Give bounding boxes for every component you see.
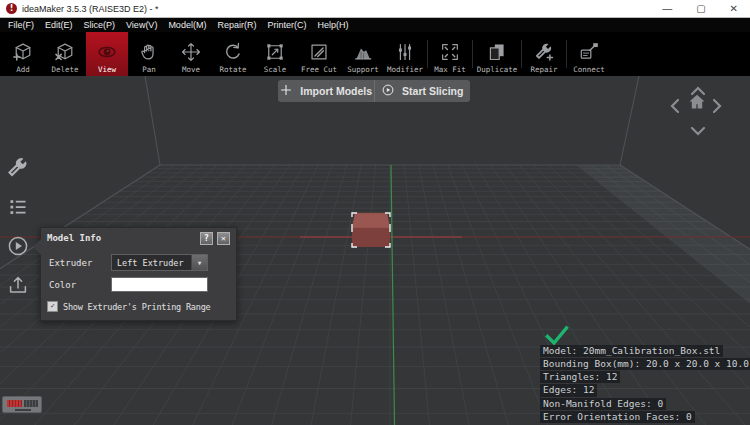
toolbar-button-move[interactable]: Move [170,32,212,76]
menu-help[interactable]: Help(H) [317,20,348,30]
start-slicing-label: Start Slicing [402,85,463,97]
status-non-manifold: Non-Manifold Edges: 0 [540,398,666,410]
menu-bar: File(F) Edit(E) Slice(P) View(V) Model(M… [0,18,750,32]
toolbar-separator [566,40,567,68]
home-view-button[interactable] [685,91,709,117]
left-sidebar [6,158,30,299]
toolbar-button-modifier[interactable]: Modifier [384,32,426,76]
toolbar-label: Max Fit [434,65,466,74]
toolbar-label: Scale [264,65,287,74]
show-range-label: Show Extruder's Printing Range [63,302,211,312]
duplicate-icon [486,39,508,65]
chevron-right-icon [712,98,722,118]
toolbar-button-scale[interactable]: Scale [254,32,296,76]
start-slicing-button[interactable]: Start Slicing [374,80,471,102]
color-label: Color [49,280,111,290]
export-upload-icon [6,273,30,301]
status-triangles: Triangles: 12 [540,371,620,383]
wrench-icon [5,155,31,185]
main-toolbar: Add Delete View Pan Move Rotate Scale Fr… [0,32,750,76]
rotate-icon [222,39,244,65]
panel-title: Model Info [47,233,196,243]
toolbar-button-connect[interactable]: Connect [568,32,610,76]
hand-pan-icon [138,39,160,65]
toolbar-button-delete[interactable]: Delete [44,32,86,76]
success-check-icon [544,325,750,344]
chevron-down-icon [690,122,706,140]
action-bar: Import Models Start Slicing [278,80,470,102]
free-cut-icon [308,39,330,65]
rotate-down-button[interactable] [690,122,706,140]
scale-icon [264,39,286,65]
toolbar-button-max-fit[interactable]: Max Fit [429,32,471,76]
rotate-right-button[interactable] [712,98,722,118]
toolbar-label: View [98,65,116,74]
title-bar: ! ideaMaker 3.5.3 (RAISE3D E2) - * — ▢ ✕ [0,0,750,18]
move-icon [180,39,202,65]
preview-button[interactable] [6,236,30,260]
import-models-label: Import Models [300,85,372,97]
extruder-dropdown[interactable]: Left Extruder ▼ [111,254,208,271]
close-button[interactable]: ✕ [730,4,738,14]
rotate-left-button[interactable] [670,98,680,118]
toolbar-button-pan[interactable]: Pan [128,32,170,76]
ideamaker-window: ! ideaMaker 3.5.3 (RAISE3D E2) - * — ▢ ✕… [0,0,750,425]
toolbar-label: Connect [573,65,605,74]
toolbar-button-free-cut[interactable]: Free Cut [296,32,342,76]
repair-icon [533,39,555,65]
list-icon [7,196,29,222]
show-range-checkbox[interactable]: ✓ [47,301,58,312]
menu-slice[interactable]: Slice(P) [84,20,116,30]
toolbar-button-rotate[interactable]: Rotate [212,32,254,76]
toolbar-label: Pan [142,65,156,74]
toolbar-button-repair[interactable]: Repair [523,32,565,76]
home-icon [685,91,709,117]
max-fit-icon [439,39,461,65]
toolbar-label: Support [347,65,379,74]
color-field[interactable] [111,277,208,292]
toolbar-label: Modifier [387,65,423,74]
status-error-faces: Error Orientation Faces: 0 [540,411,695,423]
model-20mm-calibration-box[interactable] [352,213,390,247]
menu-edit[interactable]: Edit(E) [45,20,73,30]
toolbar-label: Duplicate [477,65,518,74]
maximize-button[interactable]: ▢ [696,4,705,14]
toolbar-button-duplicate[interactable]: Duplicate [474,32,520,76]
app-logo-icon: ! [6,3,17,14]
minimize-button[interactable]: — [662,4,672,14]
menu-view[interactable]: View(V) [126,20,157,30]
status-edges: Edges: 12 [540,384,597,396]
panel-help-button[interactable]: ? [200,232,213,245]
keyboard-shortcuts-icon[interactable] [2,396,42,413]
chevron-left-icon [670,98,680,118]
model-info-tool-button[interactable] [6,158,30,182]
eye-icon [95,39,119,65]
toolbar-label: Repair [530,65,557,74]
model-info-panel: Model Info ? ✕ Extruder Left Extruder ▼ … [40,227,237,321]
import-models-button[interactable]: Import Models [278,80,374,102]
delete-icon [54,39,76,65]
support-icon [352,39,374,65]
status-model: Model: 20mm_Calibration_Box.stl [540,345,723,357]
model-list-button[interactable] [6,197,30,221]
toolbar-label: Rotate [219,65,246,74]
toolbar-label: Delete [51,65,78,74]
toolbar-button-support[interactable]: Support [342,32,384,76]
menu-file[interactable]: File(F) [8,20,34,30]
view-compass [668,82,728,138]
status-bounding-box: Bounding Box(mm): 20.0 x 20.0 x 10.0 [540,358,750,370]
model-status-info: Model: 20mm_Calibration_Box.stl Bounding… [540,325,750,423]
toolbar-separator [472,40,473,68]
menu-printer[interactable]: Printer(C) [267,20,306,30]
menu-repair[interactable]: Repair(R) [217,20,256,30]
export-button[interactable] [6,275,30,299]
toolbar-label: Free Cut [301,65,337,74]
toolbar-button-add[interactable]: Add [2,32,44,76]
toolbar-button-view[interactable]: View [86,32,128,76]
window-title: ideaMaker 3.5.3 (RAISE3D E2) - * [22,4,657,14]
chevron-down-icon[interactable]: ▼ [191,255,207,270]
menu-model[interactable]: Model(M) [168,20,206,30]
add-icon [12,39,34,65]
panel-close-button[interactable]: ✕ [217,232,230,245]
play-circle-icon [381,83,395,99]
